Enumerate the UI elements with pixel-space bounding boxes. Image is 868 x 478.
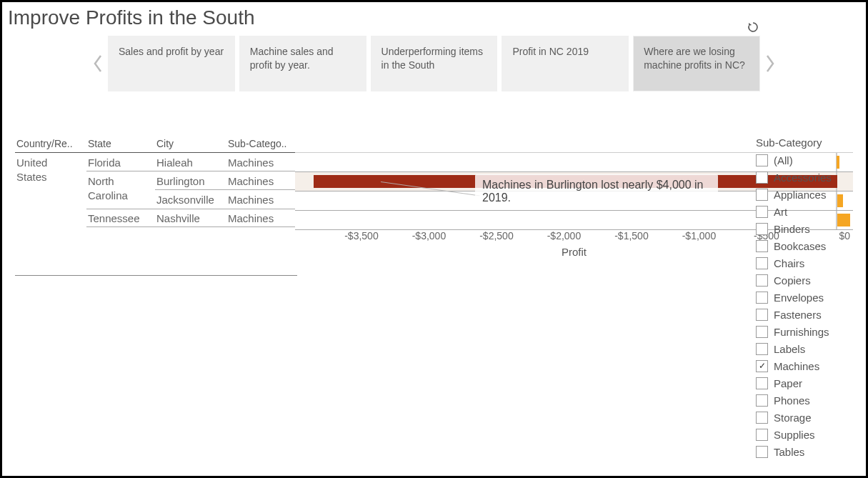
story-next-button[interactable] <box>760 35 780 92</box>
story-tab-label: Profit in NC 2019 <box>512 45 589 59</box>
axis-tick: -$3,000 <box>412 230 446 242</box>
axis-tick: -$3,500 <box>344 230 378 242</box>
filter-item-label: Storage <box>774 412 812 424</box>
checkbox-icon[interactable] <box>756 446 768 458</box>
checkbox-icon[interactable] <box>756 223 768 235</box>
checkbox-icon[interactable] <box>756 377 768 389</box>
city-cell: Jacksonville <box>155 190 226 209</box>
filter-title: Sub-Category <box>756 136 856 149</box>
subcat-column: Machines Machines Machines Machines <box>226 153 295 259</box>
filter-item-bookcases[interactable]: Bookcases <box>756 237 856 254</box>
story-nav: Sales and profit by year Machine sales a… <box>88 35 780 92</box>
filter-item-label: Paper <box>774 377 802 389</box>
checkbox-icon[interactable] <box>756 171 768 184</box>
filter-item-storage[interactable]: Storage <box>756 409 856 426</box>
filter-item-chairs[interactable]: Chairs <box>756 254 856 272</box>
story-tab-3[interactable]: Profit in NC 2019 <box>502 36 629 91</box>
filter-item-label: Art <box>774 206 787 218</box>
filter-item-supplies[interactable]: Supplies <box>756 426 856 443</box>
filter-item-label: Appliances <box>774 189 826 201</box>
checkbox-icon[interactable] <box>756 154 768 166</box>
filter-item-label: Binders <box>774 223 810 235</box>
checkbox-icon[interactable] <box>756 360 768 372</box>
subcat-cell: Machines <box>226 171 295 190</box>
story-prev-button[interactable] <box>88 35 108 92</box>
axis-tick: -$2,500 <box>479 230 513 242</box>
replay-icon[interactable] <box>747 21 759 34</box>
filter-item-accessories[interactable]: Accessories <box>756 169 856 186</box>
checkbox-icon[interactable] <box>756 240 768 252</box>
checkbox-icon[interactable] <box>756 326 768 338</box>
story-tab-label: Where are we losing machine profits in N… <box>644 45 749 72</box>
filter-item-phones[interactable]: Phones <box>756 392 856 409</box>
footer-divider <box>15 275 297 276</box>
filter-item-labels[interactable]: Labels <box>756 340 856 357</box>
col-city[interactable]: City <box>155 136 226 153</box>
country-cell: UnitedStates <box>15 153 86 259</box>
state-cell: Tennessee <box>86 209 155 227</box>
col-subcat[interactable]: Sub-Catego.. <box>226 136 295 153</box>
col-state[interactable]: State <box>86 136 155 153</box>
filter-item-label: Fasteners <box>774 309 822 321</box>
subcat-cell: Machines <box>226 153 295 171</box>
chevron-right-icon <box>765 54 775 73</box>
filter-panel: Sub-Category (All)AccessoriesAppliancesA… <box>756 136 856 460</box>
filter-item-label: Phones <box>774 394 810 407</box>
checkbox-icon[interactable] <box>756 429 768 441</box>
filter-item-label: Tables <box>774 446 804 458</box>
story-tab-label: Underperforming items in the South <box>381 45 487 72</box>
filter-item-label: Labels <box>774 343 805 355</box>
checkbox-icon[interactable] <box>756 189 768 201</box>
axis-tick: -$1,500 <box>614 230 648 242</box>
filter-item--all-[interactable]: (All) <box>756 151 856 169</box>
subcat-cell: Machines <box>226 190 295 209</box>
city-cell: Nashville <box>155 209 226 227</box>
filter-item-envelopes[interactable]: Envelopes <box>756 289 856 306</box>
filter-item-label: Supplies <box>774 429 815 441</box>
filter-item-appliances[interactable]: Appliances <box>756 186 856 203</box>
story-tabs: Sales and profit by year Machine sales a… <box>108 36 760 91</box>
checkbox-icon[interactable] <box>756 309 768 321</box>
filter-item-label: Bookcases <box>774 240 826 252</box>
filter-item-copiers[interactable]: Copiers <box>756 272 856 289</box>
city-cell: Hialeah <box>155 153 226 171</box>
filter-item-furnishings[interactable]: Furnishings <box>756 323 856 340</box>
filter-item-label: (All) <box>774 154 793 166</box>
country-value: UnitedStates <box>15 153 86 227</box>
viz-area: Country/Re.. State City Sub-Catego.. Uni… <box>15 136 853 259</box>
checkbox-icon[interactable] <box>756 274 768 287</box>
city-cell: Burlington <box>155 171 226 190</box>
checkbox-icon[interactable] <box>756 206 768 218</box>
filter-item-fasteners[interactable]: Fasteners <box>756 306 856 323</box>
filter-item-label: Furnishings <box>774 326 829 338</box>
story-tab-1[interactable]: Machine sales and profit by year. <box>239 36 366 91</box>
state-column: Florida NorthCarolina Tennessee <box>86 153 155 259</box>
filter-item-paper[interactable]: Paper <box>756 374 856 392</box>
city-column: Hialeah Burlington Jacksonville Nashvill… <box>155 153 226 259</box>
checkbox-icon[interactable] <box>756 412 768 424</box>
filter-item-machines[interactable]: Machines <box>756 357 856 374</box>
story-tab-0[interactable]: Sales and profit by year <box>108 36 235 91</box>
story-tab-label: Sales and profit by year <box>119 45 224 59</box>
filter-item-binders[interactable]: Binders <box>756 220 856 237</box>
filter-item-art[interactable]: Art <box>756 203 856 220</box>
filter-item-label: Accessories <box>774 171 832 184</box>
state-cell: Florida <box>86 153 155 171</box>
column-headers: Country/Re.. State City Sub-Catego.. <box>15 136 853 153</box>
axis-tick: -$2,000 <box>547 230 581 242</box>
filter-item-tables[interactable]: Tables <box>756 443 856 460</box>
axis-tick: -$1,000 <box>682 230 716 242</box>
subcat-cell: Machines <box>226 209 295 227</box>
filter-item-label: Copiers <box>774 274 811 287</box>
state-cell: NorthCarolina <box>86 171 155 209</box>
checkbox-icon[interactable] <box>756 257 768 269</box>
filter-item-label: Machines <box>774 360 819 372</box>
col-country[interactable]: Country/Re.. <box>15 136 86 153</box>
checkbox-icon[interactable] <box>756 394 768 407</box>
checkbox-icon[interactable] <box>756 343 768 355</box>
story-tab-4[interactable]: Where are we losing machine profits in N… <box>633 36 760 91</box>
checkbox-icon[interactable] <box>756 292 768 304</box>
page-title: Improve Profits in the South <box>2 2 866 31</box>
filter-item-label: Envelopes <box>774 292 824 304</box>
story-tab-2[interactable]: Underperforming items in the South <box>371 36 498 91</box>
